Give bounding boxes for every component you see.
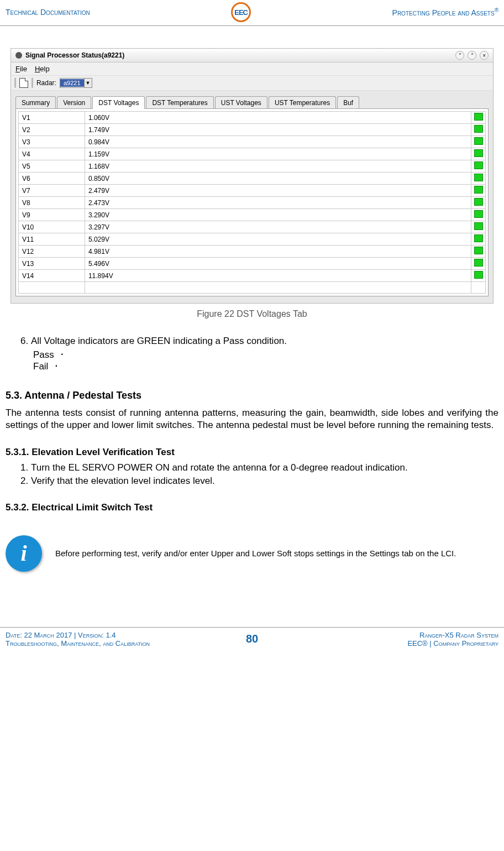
table-row-empty	[18, 282, 485, 294]
radar-value: a9221	[60, 79, 84, 87]
tab-ust-voltages[interactable]: UST Voltages	[215, 96, 267, 108]
table-row: V51.168V	[18, 160, 485, 173]
voltage-name: V14	[18, 270, 85, 282]
status-led-icon	[474, 234, 483, 242]
status-window: Signal Processor Status(a9221) ˅ ˄ × Fil…	[11, 48, 494, 304]
tab-buf[interactable]: Buf	[337, 96, 359, 108]
menu-bar: File Help	[11, 62, 493, 76]
page-number: 80	[235, 633, 269, 645]
page-header: Technical Documentation EEC Protecting P…	[0, 0, 504, 26]
voltage-value: 0.850V	[85, 173, 471, 185]
status-led-icon	[474, 161, 483, 169]
tab-dst-temperatures[interactable]: DST Temperatures	[146, 96, 213, 108]
status-led-icon	[474, 247, 483, 254]
info-note-text: Before performing test, verify and/or en…	[55, 548, 456, 559]
tab-body: V11.060VV21.749VV30.984VV41.159VV51.168V…	[15, 108, 489, 296]
section-5-3-1-heading: 5.3.1. Elevation Level Verification Test	[6, 447, 498, 458]
status-led-cell	[471, 270, 486, 282]
tab-dst-voltages[interactable]: DST Voltages	[92, 96, 145, 109]
status-led-cell	[471, 112, 486, 124]
table-row: V103.297V	[18, 221, 485, 233]
header-right-text: Protecting People and Assets	[392, 8, 495, 17]
table-row: V21.749V	[18, 124, 485, 136]
voltage-name: V3	[18, 136, 85, 148]
status-led-cell	[471, 221, 486, 233]
tab-strip: SummaryVersionDST VoltagesDST Temperatur…	[11, 91, 493, 108]
voltage-value: 4.981V	[85, 246, 471, 258]
status-led-icon	[474, 149, 483, 157]
table-row: V115.029V	[18, 233, 485, 246]
table-row: V1411.894V	[18, 270, 485, 282]
step-6: All Voltage indicators are GREEN indicat…	[31, 336, 498, 347]
title-bar: Signal Processor Status(a9221) ˅ ˄ ×	[11, 49, 493, 62]
table-row: V82.473V	[18, 197, 485, 209]
close-button[interactable]: ×	[480, 51, 489, 60]
status-led-icon	[474, 125, 483, 133]
voltage-name: V8	[18, 197, 85, 209]
maximize-button[interactable]: ˄	[468, 51, 476, 60]
radar-dropdown[interactable]: a9221 ▼	[60, 78, 92, 88]
voltage-name: V12	[18, 246, 85, 258]
chevron-down-icon: ▼	[84, 79, 92, 87]
status-led-icon	[474, 222, 483, 230]
voltage-value: 5.496V	[85, 258, 471, 270]
section-5-3-heading: 5.3. Antenna / Pedestal Tests	[6, 390, 498, 401]
status-led-cell	[471, 136, 486, 148]
voltage-value: 5.029V	[85, 233, 471, 246]
status-led-icon	[474, 198, 483, 206]
status-led-icon	[474, 259, 483, 267]
footer-right: Ranger-X5 Radar System EEC® | Company Pr…	[269, 631, 498, 648]
fail-line: Fail ·	[33, 361, 498, 372]
table-row: V60.850V	[18, 173, 485, 185]
pass-label: Pass	[33, 349, 54, 360]
table-row: V135.496V	[18, 258, 485, 270]
tab-ust-temperatures[interactable]: UST Temperatures	[269, 96, 336, 108]
header-left: Technical Documentation	[6, 8, 90, 17]
voltage-value: 0.984V	[85, 136, 471, 148]
step-list: All Voltage indicators are GREEN indicat…	[31, 336, 498, 347]
voltage-value: 3.297V	[85, 221, 471, 233]
minimize-button[interactable]: ˅	[455, 51, 464, 60]
voltage-name: V1	[18, 112, 85, 124]
status-led-cell	[471, 173, 486, 185]
status-led-cell	[471, 148, 486, 160]
page-content: Signal Processor Status(a9221) ˅ ˄ × Fil…	[0, 26, 504, 605]
bullet-dot: ·	[59, 349, 65, 360]
status-led-icon	[474, 210, 483, 218]
tab-version[interactable]: Version	[57, 96, 91, 108]
voltage-name: V7	[18, 185, 85, 197]
fail-label: Fail	[33, 361, 48, 372]
radar-label: Radar:	[36, 79, 56, 87]
tab-summary[interactable]: Summary	[15, 96, 56, 108]
section-5-3-para: The antenna tests consist of running ant…	[6, 407, 498, 431]
status-led-cell	[471, 185, 486, 197]
footer-date-version: Date: 22 March 2017 | Version: 1.4	[6, 631, 235, 639]
info-note-box: i Before performing test, verify and/or …	[6, 535, 498, 572]
status-led-cell	[471, 258, 486, 270]
voltage-value: 1.749V	[85, 124, 471, 136]
page-footer: Date: 22 March 2017 | Version: 1.4 Troub…	[0, 627, 504, 659]
voltage-name: V5	[18, 160, 85, 173]
table-row: V72.479V	[18, 185, 485, 197]
list-item: Verify that the elevation level indicate…	[31, 476, 498, 487]
step-6-text: All Voltage indicators are GREEN indicat…	[31, 336, 287, 346]
status-led-cell	[471, 209, 486, 221]
footer-product: Ranger-X5 Radar System	[269, 631, 498, 639]
logo-text: EEC	[234, 8, 248, 17]
window-title: Signal Processor Status(a9221)	[25, 51, 452, 59]
menu-help[interactable]: Help	[35, 65, 50, 73]
new-document-icon[interactable]	[19, 78, 28, 88]
status-led-icon	[474, 174, 483, 181]
status-led-icon	[474, 137, 483, 145]
info-icon: i	[6, 535, 42, 572]
voltage-value: 11.894V	[85, 270, 471, 282]
voltage-value: 1.060V	[85, 112, 471, 124]
voltage-value: 1.159V	[85, 148, 471, 160]
menu-file[interactable]: File	[15, 65, 27, 73]
footer-doc-title: Troubleshooting, Maintenance, and Calibr…	[6, 639, 235, 648]
table-row: V41.159V	[18, 148, 485, 160]
logo-wrap: EEC	[231, 2, 251, 22]
figure-caption: Figure 22 DST Voltages Tab	[6, 309, 498, 319]
voltage-name: V6	[18, 173, 85, 185]
voltage-value: 2.479V	[85, 185, 471, 197]
